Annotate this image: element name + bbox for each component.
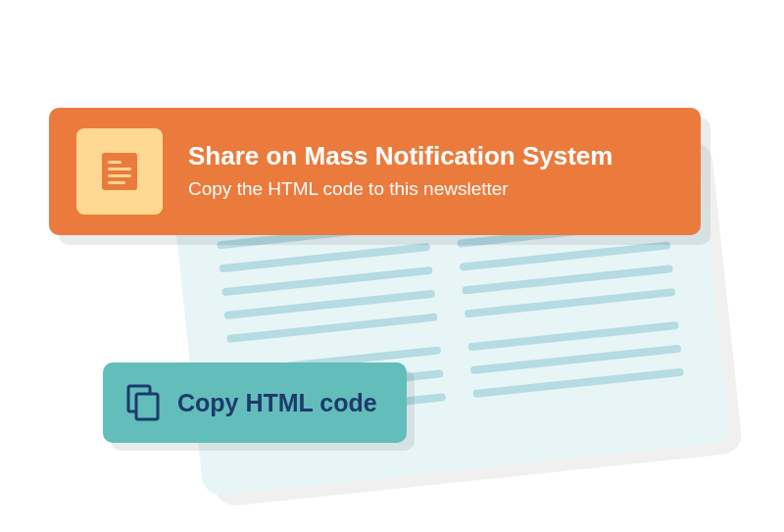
- banner-subtitle: Copy the HTML code to this newsletter: [188, 177, 612, 202]
- banner-title: Share on Mass Notification System: [188, 141, 612, 171]
- svg-rect-3: [108, 174, 131, 177]
- svg-rect-2: [108, 168, 131, 170]
- svg-rect-6: [136, 394, 158, 419]
- svg-rect-1: [108, 161, 122, 164]
- document-icon: [95, 147, 144, 196]
- svg-rect-0: [102, 153, 137, 190]
- copy-html-button[interactable]: Copy HTML code: [103, 363, 407, 443]
- illustration-canvas: Share on Mass Notification System Copy t…: [0, 0, 784, 532]
- svg-rect-4: [108, 181, 125, 184]
- document-icon-badge: [76, 128, 163, 215]
- copy-icon: [126, 384, 160, 421]
- banner-text-group: Share on Mass Notification System Copy t…: [188, 141, 612, 202]
- share-banner: Share on Mass Notification System Copy t…: [49, 108, 701, 235]
- copy-button-label: Copy HTML code: [177, 389, 377, 417]
